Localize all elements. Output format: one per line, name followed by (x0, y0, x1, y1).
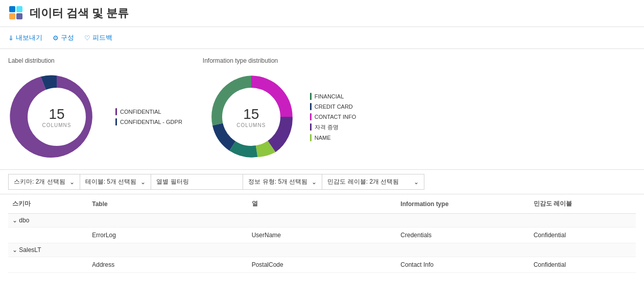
legend-label-name: NAME (315, 135, 331, 141)
info-chart: Information type distribution (203, 57, 356, 165)
legend-item-confidential: CONFIDENTIAL (115, 108, 182, 115)
legend-item-credentials: 자격 증명 (310, 123, 356, 131)
label-chart-area: 15 COLUMNS CONFIDENTIAL CONFIDENTIAL - G… (8, 68, 182, 165)
info-donut: 15 COLUMNS (203, 68, 300, 165)
charts-section: Label distribution 15 COLUMNS CON (0, 49, 644, 170)
legend-item-gdpr: CONFIDENTIAL - GDPR (115, 118, 182, 125)
results-table: 스키마 Table 열 Information type 민감도 레이블 ⌄ d… (8, 194, 636, 273)
col-header-col: 열 (248, 194, 397, 214)
cell-table: Address (88, 257, 247, 273)
table-filter[interactable]: 테이블: 5개 선택됨 ⌄ (80, 174, 152, 190)
cell-sensitivity: Confidential (530, 257, 636, 273)
table-row: ErrorLog UserName Credentials Confidenti… (8, 228, 636, 243)
cell-sensitivity: Confidential (530, 228, 636, 243)
label-chart-title: Label distribution (8, 57, 182, 64)
table-body: ⌄ dbo ErrorLog UserName Credentials Conf… (8, 214, 636, 273)
legend-item-contact-info: CONTACT INFO (310, 113, 356, 120)
table-filter-label: 테이블: 5개 선택됨 (85, 178, 137, 186)
info-chart-title: Information type distribution (203, 57, 356, 64)
svg-rect-2 (9, 13, 15, 19)
label-donut: 15 COLUMNS (8, 68, 105, 165)
cell-col: UserName (248, 228, 397, 243)
data-table-section: 스키마 Table 열 Information type 민감도 레이블 ⌄ d… (0, 194, 644, 273)
info-count: 15 (236, 106, 266, 122)
legend-color-credentials (310, 123, 312, 131)
label-columns-text: COLUMNS (42, 122, 71, 128)
label-legend: CONFIDENTIAL CONFIDENTIAL - GDPR (115, 108, 182, 125)
filters-bar: 스키마: 2개 선택됨 ⌄ 테이블: 5개 선택됨 ⌄ 열별 필터링 정보 유형… (0, 170, 644, 194)
sensitivity-filter-chevron: ⌄ (414, 179, 419, 186)
legend-label-credentials: 자격 증명 (315, 123, 339, 131)
legend-item-financial: FINANCIAL (310, 93, 356, 100)
col-header-info-type: Information type (396, 194, 529, 214)
legend-item-name: NAME (310, 134, 356, 141)
table-filter-chevron: ⌄ (140, 179, 146, 186)
legend-color-gdpr (115, 118, 117, 125)
config-label: 구성 (61, 33, 74, 42)
legend-color-name (310, 134, 312, 141)
gear-icon: ⚙ (53, 34, 59, 42)
table-header: 스키마 Table 열 Information type 민감도 레이블 (8, 194, 636, 214)
col-header-schema: 스키마 (8, 194, 88, 214)
table-row: Address PostalCode Contact Info Confiden… (8, 257, 636, 273)
app-icon (8, 5, 25, 21)
page-header: 데이터 검색 및 분류 (0, 0, 644, 27)
feedback-label: 피드백 (92, 33, 112, 42)
legend-item-credit-card: CREDIT CARD (310, 103, 356, 110)
legend-label-contact-info: CONTACT INFO (315, 114, 356, 120)
info-type-filter-label: 정보 유형: 5개 선택됨 (248, 178, 307, 186)
legend-color-confidential (115, 108, 117, 115)
svg-rect-1 (16, 6, 22, 12)
heart-icon: ♡ (84, 34, 90, 42)
legend-label-financial: FINANCIAL (315, 93, 344, 99)
label-chart: Label distribution 15 COLUMNS CON (8, 57, 182, 165)
schema-filter-label: 스키마: 2개 선택됨 (14, 178, 65, 186)
cell-col: PostalCode (248, 257, 397, 273)
info-legend: FINANCIAL CREDIT CARD CONTACT INFO 자격 증명… (310, 93, 356, 141)
schema-filter-chevron: ⌄ (69, 179, 75, 186)
legend-label-confidential: CONFIDENTIAL (120, 109, 161, 115)
legend-color-financial (310, 93, 312, 100)
info-donut-center: 15 COLUMNS (236, 106, 266, 128)
export-icon: ⇓ (8, 34, 14, 42)
config-button[interactable]: ⚙ 구성 (53, 31, 74, 44)
legend-color-credit-card (310, 103, 312, 110)
schema-expand-dbo: ⌄ dbo (12, 217, 29, 224)
legend-label-credit-card: CREDIT CARD (315, 104, 353, 110)
col-filter-input[interactable]: 열별 필터링 (151, 174, 243, 190)
info-chart-area: 15 COLUMNS FINANCIAL CREDIT CARD CONTACT… (203, 68, 356, 165)
col-header-table: Table (88, 194, 247, 214)
col-header-sensitivity: 민감도 레이블 (530, 194, 636, 214)
schema-group-dbo[interactable]: ⌄ dbo (8, 214, 636, 228)
cell-table: ErrorLog (88, 228, 247, 243)
cell-schema (8, 257, 88, 273)
page-title: 데이터 검색 및 분류 (30, 6, 129, 21)
info-type-filter-chevron: ⌄ (312, 179, 317, 186)
schema-group-saleslt[interactable]: ⌄ SalesLT (8, 243, 636, 257)
cell-schema (8, 228, 88, 243)
info-type-filter[interactable]: 정보 유형: 5개 선택됨 ⌄ (243, 174, 322, 190)
label-donut-center: 15 COLUMNS (42, 106, 71, 128)
legend-color-contact-info (310, 113, 312, 120)
toolbar: ⇓ 내보내기 ⚙ 구성 ♡ 피드백 (0, 27, 644, 49)
svg-rect-0 (9, 6, 15, 12)
svg-rect-3 (16, 13, 22, 19)
feedback-button[interactable]: ♡ 피드백 (84, 31, 112, 44)
info-columns-text: COLUMNS (236, 122, 266, 128)
sensitivity-filter-label: 민감도 레이블: 2개 선택됨 (327, 178, 399, 186)
label-count: 15 (42, 106, 71, 122)
schema-expand-saleslt: ⌄ SalesLT (12, 246, 41, 254)
sensitivity-filter[interactable]: 민감도 레이블: 2개 선택됨 ⌄ (322, 174, 424, 190)
export-button[interactable]: ⇓ 내보내기 (8, 31, 42, 44)
legend-label-gdpr: CONFIDENTIAL - GDPR (120, 119, 182, 125)
export-label: 내보내기 (16, 33, 42, 42)
cell-info-type: Contact Info (396, 257, 529, 273)
schema-filter[interactable]: 스키마: 2개 선택됨 ⌄ (8, 174, 80, 190)
col-filter-label: 열별 필터링 (156, 178, 188, 186)
cell-info-type: Credentials (396, 228, 529, 243)
